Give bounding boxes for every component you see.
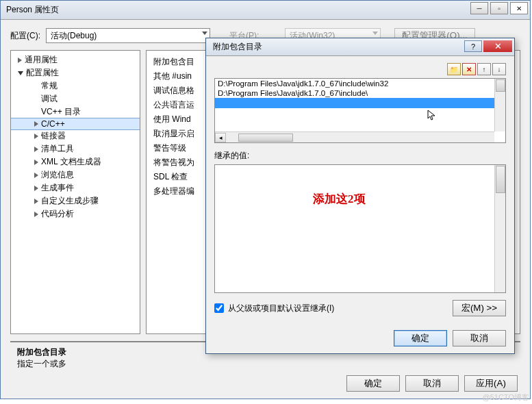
tree-item[interactable]: 清单工具 bbox=[11, 142, 140, 155]
watermark: @51CTO博客 bbox=[483, 392, 529, 403]
help-button[interactable]: ? bbox=[464, 40, 482, 52]
category-tree[interactable]: 通用属性配置属性常规调试VC++ 目录C/C++链接器清单工具XML 文档生成器… bbox=[10, 50, 140, 334]
tree-label: XML 文档生成器 bbox=[41, 156, 101, 168]
path-entry[interactable]: D:\Program Files\Java\jdk1.7.0_67\includ… bbox=[215, 88, 505, 98]
maximize-button[interactable]: ▫ bbox=[490, 2, 508, 14]
tree-label: 配置属性 bbox=[26, 67, 59, 79]
tree-label: 链接器 bbox=[41, 130, 66, 142]
inherit-checkbox[interactable] bbox=[214, 303, 224, 313]
tree-label: 通用属性 bbox=[25, 54, 58, 66]
chevron-down-icon bbox=[202, 31, 207, 35]
horizontal-scrollbar[interactable]: ◂ bbox=[215, 131, 494, 142]
dialog-close-button[interactable]: ✕ bbox=[483, 40, 512, 52]
tree-item[interactable]: 生成事件 bbox=[11, 181, 140, 194]
path-entry[interactable]: D:\Program Files\Java\jdk1.7.0_67\includ… bbox=[215, 79, 505, 88]
ok-button[interactable]: 确定 bbox=[346, 375, 400, 392]
expand-icon[interactable] bbox=[34, 212, 38, 217]
macros-button[interactable]: 宏(M) >> bbox=[453, 300, 506, 316]
chevron-down-icon bbox=[372, 31, 378, 35]
expand-icon[interactable] bbox=[34, 121, 38, 127]
config-label: 配置(C): bbox=[10, 30, 40, 42]
annotation-text: 添加这2项 bbox=[313, 191, 366, 207]
tree-item[interactable]: 代码分析 bbox=[11, 207, 140, 220]
tree-item[interactable]: XML 文档生成器 bbox=[11, 155, 140, 168]
expand-icon[interactable] bbox=[34, 147, 38, 152]
expand-icon[interactable] bbox=[18, 58, 22, 63]
main-titlebar[interactable]: Person 属性页 ─ ▫ ✕ bbox=[1, 1, 530, 20]
config-value: 活动(Debug) bbox=[51, 30, 97, 42]
dialog-titlebar[interactable]: 附加包含目录 ? ✕ bbox=[206, 38, 514, 56]
prop-footer-title: 附加包含目录 bbox=[17, 347, 66, 357]
tree-item[interactable]: 浏览信息 bbox=[11, 168, 140, 181]
move-down-icon[interactable]: ↓ bbox=[492, 63, 506, 75]
vertical-scrollbar[interactable] bbox=[494, 79, 505, 131]
tree-label: 常规 bbox=[41, 80, 58, 92]
expand-icon[interactable] bbox=[34, 173, 38, 178]
close-button[interactable]: ✕ bbox=[510, 2, 528, 14]
cancel-button[interactable]: 取消 bbox=[405, 375, 459, 392]
apply-button[interactable]: 应用(A) bbox=[464, 375, 518, 392]
expand-icon[interactable] bbox=[34, 186, 38, 191]
expand-icon[interactable] bbox=[34, 199, 38, 204]
tree-label: 自定义生成步骤 bbox=[41, 195, 99, 207]
inherit-checkbox-label: 从父级或项目默认设置继承(I) bbox=[228, 303, 334, 314]
expand-icon[interactable] bbox=[34, 160, 38, 165]
delete-icon[interactable]: ✕ bbox=[462, 63, 476, 75]
inherited-label: 继承的值: bbox=[214, 150, 506, 162]
dialog-title: 附加包含目录 bbox=[213, 41, 262, 53]
tree-label: 清单工具 bbox=[41, 143, 74, 155]
expand-icon[interactable] bbox=[34, 134, 38, 139]
tree-item[interactable]: 常规 bbox=[11, 79, 140, 92]
move-up-icon[interactable]: ↑ bbox=[477, 63, 491, 75]
tree-label: VC++ 目录 bbox=[41, 106, 81, 118]
tree-label: 生成事件 bbox=[41, 182, 74, 194]
inherit-checkbox-wrap[interactable]: 从父级或项目默认设置继承(I) bbox=[214, 303, 334, 314]
cursor-icon bbox=[427, 110, 437, 122]
tree-item[interactable]: VC++ 目录 bbox=[11, 105, 140, 118]
path-listbox[interactable]: D:\Program Files\Java\jdk1.7.0_67\includ… bbox=[214, 78, 506, 143]
tree-item[interactable]: 配置属性 bbox=[11, 66, 140, 79]
main-title: Person 属性页 bbox=[6, 4, 59, 16]
include-dirs-dialog: 附加包含目录 ? ✕ 📁 ✕ ↑ ↓ D:\Program Files\Java… bbox=[205, 38, 515, 354]
tree-label: 调试 bbox=[41, 93, 58, 105]
prop-footer-desc: 指定一个或多 bbox=[17, 358, 514, 370]
tree-label: 代码分析 bbox=[41, 208, 74, 220]
tree-item[interactable]: 调试 bbox=[11, 92, 140, 105]
dialog-cancel-button[interactable]: 取消 bbox=[453, 330, 506, 346]
expand-icon[interactable] bbox=[18, 71, 23, 75]
tree-item[interactable]: 自定义生成步骤 bbox=[11, 194, 140, 207]
path-entry-selected[interactable] bbox=[215, 98, 505, 108]
tree-item[interactable]: 链接器 bbox=[11, 129, 140, 142]
tree-item[interactable]: 通用属性 bbox=[11, 53, 140, 66]
config-dropdown[interactable]: 活动(Debug) bbox=[46, 28, 210, 43]
new-folder-icon[interactable]: 📁 bbox=[447, 63, 461, 75]
path-toolbar: 📁 ✕ ↑ ↓ bbox=[214, 63, 506, 75]
tree-label: 浏览信息 bbox=[41, 169, 74, 181]
vertical-scrollbar[interactable] bbox=[494, 165, 505, 292]
tree-label: C/C++ bbox=[41, 119, 65, 129]
tree-item[interactable]: C/C++ bbox=[11, 118, 140, 129]
dialog-ok-button[interactable]: 确定 bbox=[394, 330, 447, 346]
inherited-listbox[interactable]: 添加这2项 bbox=[214, 164, 506, 293]
minimize-button[interactable]: ─ bbox=[470, 2, 488, 14]
